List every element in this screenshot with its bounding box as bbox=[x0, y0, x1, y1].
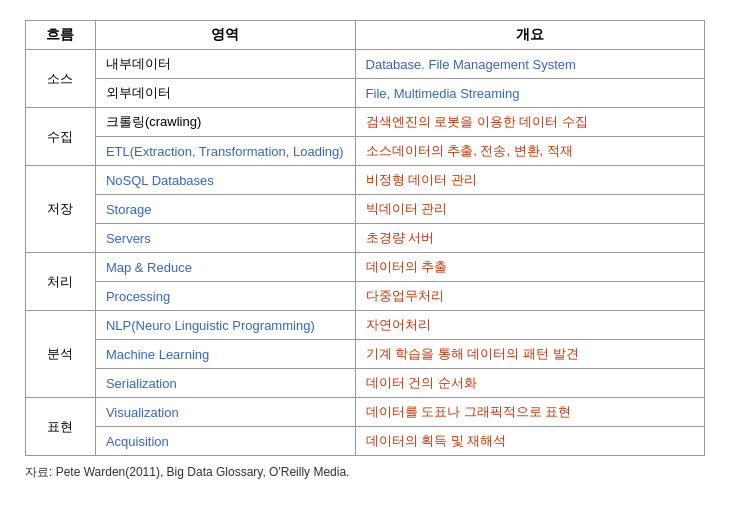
header-flow: 흐름 bbox=[26, 21, 96, 50]
summary-cell: 기계 학습을 통해 데이터의 패턴 발견 bbox=[355, 340, 704, 369]
area-cell: ETL(Extraction, Transformation, Loading) bbox=[95, 137, 355, 166]
table-row: Processing다중업무처리 bbox=[26, 282, 705, 311]
area-cell: Visualization bbox=[95, 398, 355, 427]
header-area: 영역 bbox=[95, 21, 355, 50]
table-row: Servers초경량 서버 bbox=[26, 224, 705, 253]
summary-cell: 초경량 서버 bbox=[355, 224, 704, 253]
table-row: ETL(Extraction, Transformation, Loading)… bbox=[26, 137, 705, 166]
table-row: Acquisition데이터의 획득 및 재해석 bbox=[26, 427, 705, 456]
flow-cell: 소스 bbox=[26, 50, 96, 108]
area-cell: Storage bbox=[95, 195, 355, 224]
area-cell: Acquisition bbox=[95, 427, 355, 456]
summary-cell: 데이터의 추출 bbox=[355, 253, 704, 282]
summary-cell: Database. File Management System bbox=[355, 50, 704, 79]
summary-cell: File, Multimedia Streaming bbox=[355, 79, 704, 108]
table-row: Storage빅데이터 관리 bbox=[26, 195, 705, 224]
table-row: Serialization데이터 건의 순서화 bbox=[26, 369, 705, 398]
table-row: 외부데이터File, Multimedia Streaming bbox=[26, 79, 705, 108]
table-row: 처리Map & Reduce데이터의 추출 bbox=[26, 253, 705, 282]
area-cell: Serialization bbox=[95, 369, 355, 398]
flow-cell: 분석 bbox=[26, 311, 96, 398]
summary-cell: 데이터의 획득 및 재해석 bbox=[355, 427, 704, 456]
area-cell: Map & Reduce bbox=[95, 253, 355, 282]
area-cell: Processing bbox=[95, 282, 355, 311]
table-row: 수집크롤링(crawling)검색엔진의 로봇을 이용한 데이터 수집 bbox=[26, 108, 705, 137]
area-cell: 크롤링(crawling) bbox=[95, 108, 355, 137]
flow-cell: 표현 bbox=[26, 398, 96, 456]
main-container: 흐름 영역 개요 소스내부데이터Database. File Managemen… bbox=[25, 20, 705, 481]
table-row: Machine Learning기계 학습을 통해 데이터의 패턴 발견 bbox=[26, 340, 705, 369]
table-row: 소스내부데이터Database. File Management System bbox=[26, 50, 705, 79]
summary-cell: 빅데이터 관리 bbox=[355, 195, 704, 224]
summary-cell: 다중업무처리 bbox=[355, 282, 704, 311]
summary-cell: 검색엔진의 로봇을 이용한 데이터 수집 bbox=[355, 108, 704, 137]
flow-cell: 처리 bbox=[26, 253, 96, 311]
area-cell: 내부데이터 bbox=[95, 50, 355, 79]
table-row: 분석NLP(Neuro Linguistic Programming)자연어처리 bbox=[26, 311, 705, 340]
table-row: 저장NoSQL Databases비정형 데이터 관리 bbox=[26, 166, 705, 195]
summary-cell: 데이터 건의 순서화 bbox=[355, 369, 704, 398]
area-cell: NLP(Neuro Linguistic Programming) bbox=[95, 311, 355, 340]
data-table: 흐름 영역 개요 소스내부데이터Database. File Managemen… bbox=[25, 20, 705, 456]
area-cell: Machine Learning bbox=[95, 340, 355, 369]
summary-cell: 자연어처리 bbox=[355, 311, 704, 340]
flow-cell: 수집 bbox=[26, 108, 96, 166]
summary-cell: 소스데이터의 추출, 전송, 변환, 적재 bbox=[355, 137, 704, 166]
area-cell: NoSQL Databases bbox=[95, 166, 355, 195]
area-cell: Servers bbox=[95, 224, 355, 253]
area-cell: 외부데이터 bbox=[95, 79, 355, 108]
table-caption: 자료: Pete Warden(2011), Big Data Glossary… bbox=[25, 464, 705, 481]
summary-cell: 비정형 데이터 관리 bbox=[355, 166, 704, 195]
summary-cell: 데이터를 도표나 그래픽적으로 표현 bbox=[355, 398, 704, 427]
table-row: 표현Visualization데이터를 도표나 그래픽적으로 표현 bbox=[26, 398, 705, 427]
header-summary: 개요 bbox=[355, 21, 704, 50]
flow-cell: 저장 bbox=[26, 166, 96, 253]
